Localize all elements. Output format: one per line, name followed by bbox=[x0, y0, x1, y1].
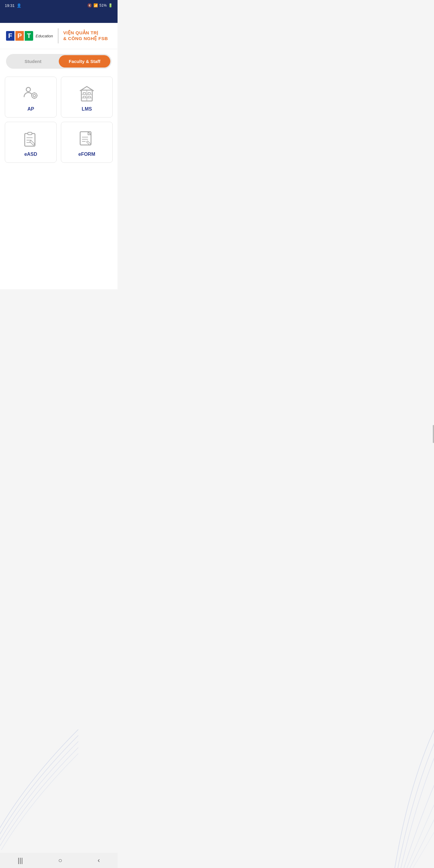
fpt-f-letter: F bbox=[6, 31, 14, 41]
easd-label: eASD bbox=[24, 152, 37, 157]
document-pen-icon bbox=[77, 129, 96, 149]
institute-name: VIỆN QUẢN TRỊ& CÔNG NGHỆ FSB bbox=[63, 30, 108, 41]
tab-switcher: Student Faculty & Staff bbox=[0, 49, 118, 73]
status-bar: 19:31 👤 🔇 📶 51% 🔋 bbox=[0, 0, 118, 11]
faculty-staff-tab[interactable]: Faculty & Staff bbox=[59, 55, 110, 67]
clipboard-pen-icon bbox=[21, 129, 40, 149]
wifi-icon: 📶 bbox=[93, 3, 98, 7]
logo-area: F P T Education VIỆN QUẢN TRỊ& CÔNG NGHỆ… bbox=[0, 23, 118, 49]
easd-card[interactable]: eASD bbox=[5, 122, 57, 163]
building-icon bbox=[77, 84, 96, 103]
logo-divider bbox=[58, 28, 59, 43]
eform-label: eFORM bbox=[79, 152, 95, 157]
lms-label: LMS bbox=[82, 106, 92, 112]
svg-rect-15 bbox=[88, 96, 90, 98]
fpt-logo-box: F P T bbox=[6, 31, 33, 41]
student-tab[interactable]: Student bbox=[7, 55, 59, 67]
time-display: 19:31 bbox=[5, 3, 15, 8]
svg-rect-5 bbox=[31, 95, 32, 96]
svg-rect-12 bbox=[83, 93, 86, 94]
status-icons: 🔇 📶 51% 🔋 bbox=[87, 3, 113, 7]
user-icon: 👤 bbox=[17, 3, 22, 8]
status-time: 19:31 👤 bbox=[5, 3, 22, 8]
svg-rect-6 bbox=[36, 95, 38, 96]
ap-card[interactable]: AP bbox=[5, 76, 57, 118]
people-gear-icon bbox=[21, 84, 40, 103]
lms-card[interactable]: LMS bbox=[61, 76, 113, 118]
battery-icon: 🔋 bbox=[108, 3, 113, 7]
app-grid: AP LMS bbox=[0, 73, 118, 169]
svg-point-0 bbox=[26, 87, 30, 92]
fpt-t-letter: T bbox=[25, 31, 33, 41]
svg-rect-4 bbox=[34, 98, 35, 99]
fpt-edu-label: Education bbox=[36, 34, 53, 38]
fpt-p-letter: P bbox=[16, 31, 24, 41]
svg-rect-20 bbox=[28, 132, 32, 135]
svg-rect-14 bbox=[83, 96, 86, 98]
fpt-logo: F P T Education bbox=[6, 31, 53, 41]
content-area bbox=[0, 169, 118, 289]
battery-display: 51% bbox=[99, 3, 107, 7]
svg-rect-3 bbox=[34, 92, 35, 93]
svg-rect-13 bbox=[88, 93, 90, 94]
tab-container: Student Faculty & Staff bbox=[6, 54, 112, 69]
eform-card[interactable]: eFORM bbox=[61, 122, 113, 163]
ap-label: AP bbox=[27, 106, 34, 112]
mute-icon: 🔇 bbox=[87, 3, 92, 7]
header-band bbox=[0, 11, 118, 23]
